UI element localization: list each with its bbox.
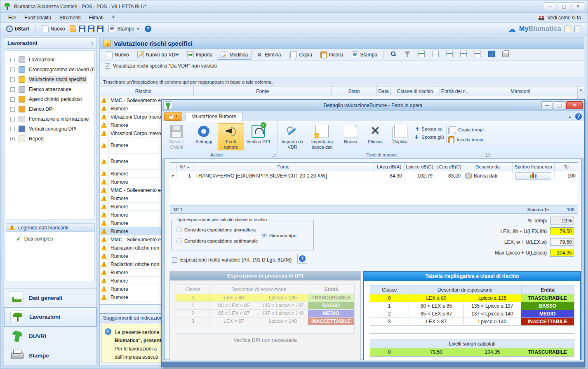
menu-item[interactable]: Filmati — [85, 14, 107, 21]
toolbar-icon-button[interactable] — [402, 49, 413, 60]
minimize-button[interactable]: — — [544, 2, 556, 10]
expand-icon[interactable] — [10, 68, 15, 72]
menu-item[interactable]: Strumenti — [56, 14, 84, 21]
sposta-su-button[interactable]: Sposta su — [414, 126, 444, 131]
app-menu-button[interactable]: ▼ — [164, 112, 182, 121]
radio-option[interactable]: Considera esposizione settimanale — [176, 238, 258, 243]
expand-icon[interactable] — [10, 58, 15, 62]
save-all-icon[interactable] — [88, 26, 94, 32]
column-header[interactable]: Entità del r... — [440, 86, 470, 96]
expand-icon[interactable] — [10, 117, 15, 121]
dialog-launcher-icon[interactable] — [272, 153, 276, 157]
sidebar-tree-item[interactable]: Agenti chimici pericolosi — [9, 94, 94, 104]
expand-icon[interactable] — [10, 97, 15, 102]
dialog-maximize-button[interactable]: ▢ — [554, 101, 565, 109]
vedi-come-si-fa-link[interactable]: Vedi come si fa — [548, 15, 581, 21]
col-spettro[interactable]: Spettro frequenza — [513, 163, 555, 171]
importa-da-banca-dati-button[interactable]: Importa da banca dati — [306, 123, 338, 150]
toolbar-icon-button[interactable] — [388, 49, 399, 60]
menu-item[interactable]: Funzionalità — [21, 14, 55, 21]
menu-item[interactable]: File — [5, 14, 20, 21]
sidebar-tree-item[interactable]: Formazione e informazione — [9, 114, 94, 124]
new-button[interactable]: Nuovo — [40, 24, 68, 33]
column-header[interactable] — [187, 86, 194, 96]
collapse-sidebar-button[interactable]: ‹ — [92, 40, 93, 46]
menu-item[interactable]: ? — [108, 14, 118, 21]
sidebar-tree-item[interactable]: Valutazione rischi specifici — [9, 75, 94, 84]
verifica-dpi-button[interactable]: Verifica DPI — [245, 123, 271, 150]
col-lceq[interactable]: LCeq dB(C) — [435, 163, 463, 171]
nav-button[interactable]: Lavorazioni — [4, 307, 96, 327]
col-lpicco[interactable]: Lpicco dB(C) — [405, 163, 435, 171]
sidebar-tree-item[interactable]: Elenco DPI — [9, 104, 94, 114]
toolbar-icon-button[interactable] — [472, 49, 483, 60]
maximize-button[interactable]: ▢ — [558, 2, 570, 10]
toolbar-button[interactable]: Stampa — [348, 50, 381, 60]
expand-icon[interactable]: + — [10, 137, 15, 141]
myblumatica-brand[interactable]: MyBlumatica — [519, 25, 561, 33]
page-add-icon[interactable] — [574, 26, 581, 32]
toolbar-icon-button[interactable] — [444, 49, 455, 60]
tab-valutazione-rumore[interactable]: Valutazione Rumore — [186, 112, 242, 121]
fonti-rumore-button[interactable]: Fonti rumore — [218, 123, 244, 150]
radio-option[interactable]: Considera esposizione giornaliera — [176, 227, 258, 232]
copia-tempi-button[interactable]: Copia tempi — [448, 126, 483, 133]
stampe-button[interactable]: Stampe ▼ — [106, 24, 142, 33]
toolbar-icon-button[interactable] — [416, 49, 427, 60]
groupby-bar[interactable]: Trascinare un'intestazione di colonna qu… — [100, 77, 584, 86]
dialog-launcher-icon[interactable] — [486, 153, 490, 157]
toolbar-button[interactable]: Nuovo — [102, 50, 133, 60]
dialog-close-button[interactable]: ✕ — [566, 101, 583, 109]
column-header[interactable]: Stato — [332, 86, 377, 96]
column-header[interactable]: Fonte — [194, 86, 332, 96]
toolbar-icon-button[interactable] — [458, 49, 469, 60]
splitter-handle[interactable]: .... — [4, 218, 96, 223]
toolbar-button[interactable]: Modifica — [217, 50, 252, 60]
salva-e-chiudi-button[interactable]: Salva e Chiudi — [163, 123, 190, 150]
column-header[interactable]: Classe di rischio — [390, 86, 440, 96]
toolbar-button[interactable]: Copia — [285, 50, 315, 60]
column-header[interactable]: Mansioni — [470, 86, 571, 96]
variable-exposure-checkbox[interactable] — [172, 257, 177, 263]
nav-button[interactable]: Dati generali — [4, 288, 96, 307]
expand-icon[interactable] — [10, 127, 15, 131]
toolbar-button[interactable]: Incolla — [317, 50, 347, 60]
nav-button[interactable]: Stampe — [4, 346, 96, 365]
sidebar-tree-item[interactable]: + Report — [9, 134, 94, 144]
elimina-button[interactable]: Elimina — [363, 123, 387, 150]
scroll-up-icon[interactable]: ▲ — [578, 86, 584, 93]
sidebar-tree-item[interactable]: Lavorazioni — [9, 55, 94, 65]
sidebar-tree-item[interactable]: Elenco attrezzature — [9, 84, 94, 94]
filter-checkbox[interactable] — [105, 63, 110, 69]
spettro-frequenza-button[interactable] — [515, 172, 551, 180]
toolbar-icon-button[interactable] — [486, 49, 497, 60]
col-fonte[interactable]: Fonte — [193, 163, 374, 171]
sposta-giu-button[interactable]: Sposta giù — [414, 135, 444, 140]
toolbar-button[interactable]: Elimina — [252, 50, 285, 60]
radio-giornata-tipo[interactable]: Giornata tipo — [261, 233, 296, 238]
expand-icon[interactable] — [10, 107, 15, 112]
source-row[interactable]: 1 TRANCIAFERRO [EDILGRAPPA SILVER CUT 20… — [170, 171, 578, 180]
toolbar-icon-button[interactable] — [500, 49, 511, 60]
bstart-button[interactable]: › bStart — [4, 24, 32, 33]
open-folder-icon[interactable] — [70, 26, 76, 32]
col-desunto[interactable]: Desunto da — [463, 163, 513, 171]
duplica-button[interactable]: Duplica — [388, 123, 412, 150]
help-icon[interactable] — [145, 26, 151, 32]
incolla-tempi-button[interactable]: Incolla tempi — [448, 136, 483, 143]
sidebar-tree-item[interactable]: Verbali consegna DPI — [9, 124, 94, 134]
dialog-minimize-button[interactable]: — — [541, 101, 553, 109]
toolbar-button[interactable]: Importa — [183, 50, 216, 60]
toolbar-icon-button[interactable] — [430, 49, 441, 60]
sidebar-tree-item[interactable]: Cronoprogramma dei lavori (Gantt) — [9, 65, 94, 75]
column-header[interactable]: Data — [377, 86, 390, 96]
toolbar-button[interactable]: Nuovo da VDR — [134, 50, 183, 60]
user-add-icon[interactable] — [564, 26, 571, 32]
save-user-icon[interactable] — [97, 26, 103, 32]
close-button[interactable]: ✕ — [572, 2, 584, 10]
nuovo-button[interactable]: Nuovo — [339, 123, 362, 150]
col-te[interactable]: Te — [555, 163, 578, 171]
expand-icon[interactable] — [10, 77, 15, 82]
settaggi-button[interactable]: Settaggi — [191, 123, 217, 150]
nav-button[interactable]: DUVRI — [4, 327, 96, 346]
